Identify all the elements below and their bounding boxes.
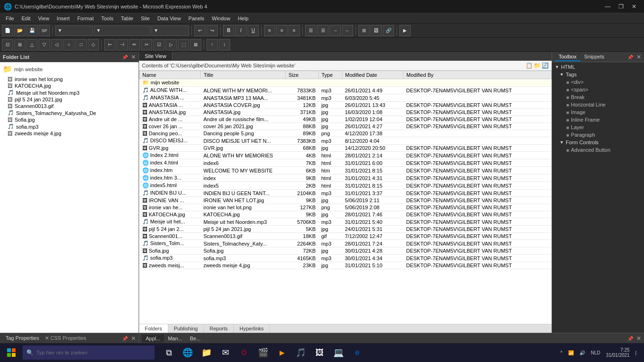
t2-btn14[interactable]: ▷ xyxy=(165,39,177,50)
table-row[interactable]: 🖼zweeds meisj... zweeds meisje 4.jpg 23K… xyxy=(140,262,552,269)
address-icon2[interactable]: 📁 xyxy=(534,62,541,69)
italic-btn[interactable]: I xyxy=(235,25,247,36)
toolbox-pin-btn[interactable]: 📌 xyxy=(627,55,633,60)
table-row[interactable]: 🖼Sofia.jpg Sofia.jpg 72KB jpg 30/01/2021… xyxy=(140,247,552,255)
folder-pin-btn[interactable]: 📌 xyxy=(122,55,128,60)
photo-btn[interactable]: 🖼 xyxy=(311,344,328,361)
tag-break[interactable]: ■ Break xyxy=(552,93,644,101)
table-row[interactable]: 🖼IRONIE VAN ... IRONIE VAN HET LOT.jpg 9… xyxy=(140,197,552,204)
t2-btn13[interactable]: ☑ xyxy=(153,39,165,50)
search-bar[interactable]: 🔍 xyxy=(23,346,155,360)
table-row[interactable]: 🖼ANASTASIA ... ANASTASIA COVER.jpg 12KB … xyxy=(140,102,552,109)
html-section-header[interactable]: ▼ HTML xyxy=(552,63,644,71)
file-zweeds[interactable]: 🖼 zweeds meisje 4.jpg xyxy=(7,130,137,137)
table-btn[interactable]: ⊞ xyxy=(358,25,370,36)
tag-advanced-button[interactable]: ■ Advanced Button xyxy=(552,146,644,154)
tray-show-desktop[interactable]: | xyxy=(633,349,638,356)
movie-btn[interactable]: 🎬 xyxy=(255,344,272,361)
tray-network[interactable]: 📶 xyxy=(566,349,576,356)
search-input[interactable] xyxy=(36,350,151,355)
toolbox-close-btn[interactable]: ✕ xyxy=(636,54,641,60)
file-sisters[interactable]: 🎵 Sisters_Tolmachevy_Katyusha_De xyxy=(7,109,137,116)
t2-btn12[interactable]: ✂ xyxy=(141,39,152,50)
music-btn[interactable]: 🎵 xyxy=(292,344,309,361)
table-row[interactable]: 🖼KATOECHA.jpg KATOECHA.jpg 9KB jpg 28/01… xyxy=(140,211,552,218)
col-type[interactable]: Type xyxy=(319,71,342,79)
menu-item-insert[interactable]: Insert xyxy=(53,13,74,24)
file-ironie[interactable]: 🖼 ironie van het lot.png xyxy=(7,76,137,82)
file-sofia-mp3[interactable]: 🎵 sofia.mp3 xyxy=(7,123,137,130)
site-view-tab[interactable]: Site View xyxy=(139,52,173,60)
tag-props-tab[interactable]: Tag Properties xyxy=(3,334,42,342)
tab-hyperlinks[interactable]: Hyperlinks xyxy=(234,324,270,333)
tag-close-btn[interactable]: ✕ xyxy=(131,335,136,342)
undo-btn[interactable]: ↩ xyxy=(194,25,206,36)
t2-btn5[interactable]: ◁ xyxy=(51,39,62,50)
col-name[interactable]: Name xyxy=(140,71,201,79)
link-btn[interactable]: 🔗 xyxy=(383,25,394,36)
address-icon1[interactable]: 📋 xyxy=(526,62,533,69)
image-btn[interactable]: 🖼 xyxy=(371,25,382,36)
col-date[interactable]: Modified Date xyxy=(342,71,404,79)
col-by[interactable]: Modified By xyxy=(404,71,552,79)
toolbox-tab-snippets[interactable]: Snippets xyxy=(580,53,608,61)
taskview-btn[interactable]: ⧉ xyxy=(160,344,177,361)
align-left-btn[interactable]: ≡ xyxy=(264,25,275,36)
list-btn[interactable]: ☰ xyxy=(305,25,316,36)
style-dropdown[interactable]: ▼ xyxy=(55,25,93,36)
file-katoecha[interactable]: 🖼 KATOECHA.jpg xyxy=(7,82,137,89)
tag-pin-btn[interactable]: 📌 xyxy=(122,336,128,341)
apply-tab-apply[interactable]: Appl... xyxy=(142,335,164,342)
tag-iframe[interactable]: ■ Inline Frame xyxy=(552,116,644,123)
t2-btn15[interactable]: ⬚ xyxy=(178,39,189,50)
t2-btn8[interactable]: ◇ xyxy=(88,39,99,50)
form-controls-header[interactable]: ▼ Form Controls xyxy=(552,139,644,146)
col-size[interactable]: Size xyxy=(286,71,319,79)
t2-btn2[interactable]: ⊞ xyxy=(14,39,25,50)
menu-item-data view[interactable]: Data View xyxy=(154,13,185,24)
menu-item-tools[interactable]: Tools xyxy=(98,13,117,24)
bold-btn[interactable]: B xyxy=(223,25,234,36)
apply-pin-btn[interactable]: 📌 xyxy=(627,336,633,341)
table-row[interactable]: 🎵sofia.mp3 sofia.mp3 4165KB mp3 30/01/20… xyxy=(140,255,552,262)
mail-btn[interactable]: ✉ xyxy=(217,344,234,361)
table-row[interactable]: 🎵DISCO MEISJ... DISCO MEISJE UIT HET N..… xyxy=(140,137,552,145)
align-right-btn[interactable]: ≡ xyxy=(289,25,300,36)
vlc-btn[interactable]: ▶ xyxy=(273,344,290,361)
table-row[interactable]: 🌐index5.html index5 2KB html 31/01/2021 … xyxy=(140,182,552,189)
table-row[interactable]: 🖼pijl 5 24 jan 2... pijl 5 24 jan 2021.j… xyxy=(140,226,552,233)
table-row[interactable]: 🖼Scannen001... Scannen0013.gif 18KB gif … xyxy=(140,233,552,240)
new-btn[interactable]: 📄 xyxy=(2,25,13,36)
table-row[interactable]: 🎵ANASTASIA ... ANASTASIA MP3 13 MAA... 3… xyxy=(140,94,552,102)
outdent-btn[interactable]: ← xyxy=(342,25,353,36)
tag-hr[interactable]: ■ Horizontal Line xyxy=(552,101,644,108)
computer-btn[interactable]: 💻 xyxy=(330,344,347,361)
file-meisje[interactable]: 🎵 Meisje uit het Noorden.mp3 xyxy=(7,89,137,96)
t2-btn1[interactable]: ⊡ xyxy=(2,39,13,50)
table-row[interactable]: 🖼GVR.jpg GVR.jpg 68KB jpg 14/12/2020 20:… xyxy=(140,145,552,152)
tag-div[interactable]: ■ <div> xyxy=(552,78,644,86)
tab-folders[interactable]: Folders xyxy=(139,324,168,333)
open-btn[interactable]: 📂 xyxy=(14,25,25,36)
t2-btn4[interactable]: ▽ xyxy=(39,39,50,50)
underline-btn[interactable]: U xyxy=(248,25,259,36)
css-props-tab[interactable]: ✕ CSS Properties xyxy=(42,334,89,342)
table-row[interactable]: 🎵INDIEN BIJ U... INDIEN BIJ U GEEN TANT.… xyxy=(140,189,552,197)
table-row[interactable]: 🎵Sisters_Tolm... Sisters_Tolmachevy_Katy… xyxy=(140,240,552,247)
t2-btn3[interactable]: △ xyxy=(26,39,38,50)
folder-close-btn[interactable]: ✕ xyxy=(131,54,136,60)
table-row[interactable]: 🖼ANASTASIA.jpg ANASTASIA.jpg 371KB jpg 1… xyxy=(140,109,552,116)
file-sofia-jpg[interactable]: 🖼 Sofia.jpg xyxy=(7,116,137,123)
tag-image[interactable]: ■ Image xyxy=(552,108,644,116)
menu-item-table[interactable]: Table xyxy=(117,13,137,24)
t2-btn18[interactable]: ↕ xyxy=(219,39,230,50)
menu-item-panels[interactable]: Panels xyxy=(185,13,208,24)
t2-btn9[interactable]: ⊢ xyxy=(104,39,116,50)
table-row[interactable]: 🎵ALONE WITH... ALONE WITH MY MEMORI... 7… xyxy=(140,87,552,94)
numlist-btn[interactable]: ☰ xyxy=(317,25,329,36)
menu-item-view[interactable]: View xyxy=(34,13,53,24)
redo-btn[interactable]: ↪ xyxy=(206,25,218,36)
tag-paragraph[interactable]: ■ Paragraph xyxy=(552,131,644,139)
table-row[interactable]: 🌐Index 2.html ALONE WTH MY MEMORIES 4KB … xyxy=(140,152,552,159)
minimize-btn[interactable]: — xyxy=(602,1,614,12)
